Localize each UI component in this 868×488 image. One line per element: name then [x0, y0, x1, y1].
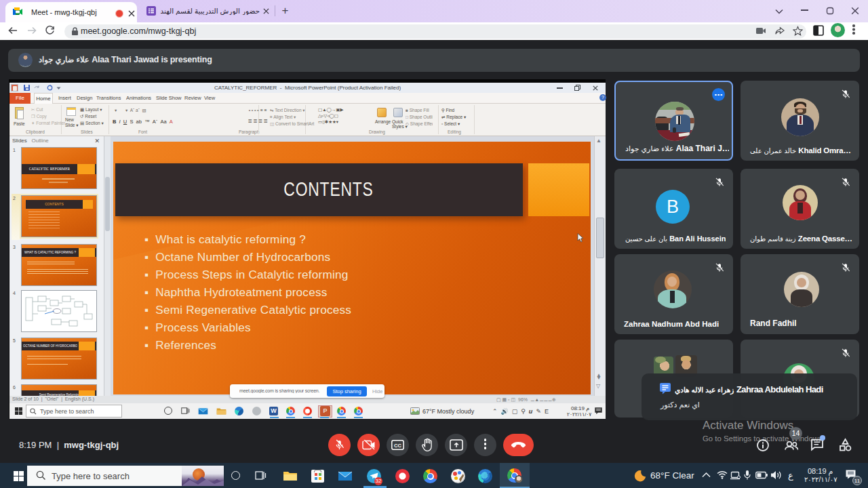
svg-text:CC: CC	[394, 443, 401, 449]
